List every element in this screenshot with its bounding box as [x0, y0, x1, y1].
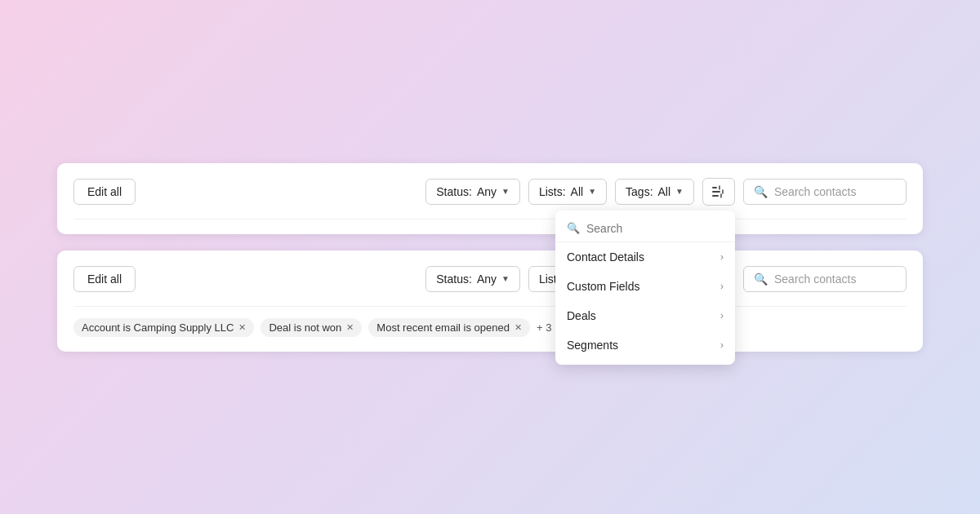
edit-all-button-bottom[interactable]: Edit all: [74, 266, 136, 292]
status-label-bottom: Status:: [436, 273, 472, 286]
dropdown-item-contact-details-label: Contact Details: [567, 250, 644, 264]
dropdown-item-segments-label: Segments: [567, 339, 618, 352]
svg-rect-1: [712, 191, 720, 193]
search-icon-top: 🔍: [754, 185, 768, 198]
filter-icon-container-top: 🔍 Contact Details › Custom Fields › Deal…: [702, 178, 735, 206]
dropdown-search-row: 🔍: [555, 215, 735, 242]
columns-dropdown-menu: 🔍 Contact Details › Custom Fields › Deal…: [555, 210, 735, 365]
filter-tag-0-close[interactable]: ✕: [238, 322, 246, 333]
dropdown-item-contact-details[interactable]: Contact Details ›: [555, 242, 735, 272]
lists-caret-top: ▼: [588, 187, 596, 196]
edit-all-button-top[interactable]: Edit all: [74, 179, 136, 205]
status-value-bottom: Any: [477, 273, 497, 286]
filter-tag-2-close[interactable]: ✕: [514, 322, 522, 333]
search-icon-bottom: 🔍: [754, 273, 768, 286]
chevron-right-icon-1: ›: [720, 281, 724, 292]
chevron-right-icon-3: ›: [720, 339, 724, 351]
status-caret-top: ▼: [501, 187, 510, 196]
toolbar-bottom: Edit all Status: Any ▼ Lists: All ▼ Tags…: [74, 265, 906, 293]
filter-tag-1: Deal is not won ✕: [261, 318, 362, 337]
status-dropdown-top[interactable]: Status: Any ▼: [425, 179, 520, 205]
chevron-right-icon-2: ›: [720, 310, 724, 321]
card-bottom: Edit all Status: Any ▼ Lists: All ▼ Tags…: [57, 250, 923, 352]
search-placeholder-bottom: Search contacts: [774, 273, 856, 286]
svg-rect-0: [712, 187, 717, 188]
dropdown-search-icon: 🔍: [567, 222, 580, 234]
status-caret-bottom: ▼: [501, 274, 510, 283]
search-box-bottom: 🔍 Search contacts: [743, 266, 906, 292]
filter-tag-0-label: Account is Camping Supply LLC: [82, 321, 234, 334]
chevron-right-icon-0: ›: [720, 251, 724, 263]
status-value-top: Any: [477, 185, 497, 198]
lists-dropdown-top[interactable]: Lists: All ▼: [528, 179, 607, 205]
dropdown-item-custom-fields[interactable]: Custom Fields ›: [555, 272, 735, 301]
tags-value-top: All: [658, 185, 671, 198]
tags-label-top: Tags:: [626, 185, 653, 198]
toolbar-top: Edit all Status: Any ▼ Lists: All ▼ Tags…: [74, 178, 906, 206]
svg-rect-2: [712, 195, 719, 197]
lists-label-top: Lists:: [539, 185, 566, 198]
lists-value-top: All: [571, 185, 584, 198]
status-dropdown-bottom[interactable]: Status: Any ▼: [425, 266, 520, 292]
filter-tag-1-label: Deal is not won: [269, 321, 341, 334]
tags-caret-top: ▼: [675, 187, 684, 196]
dropdown-search-input[interactable]: [586, 222, 724, 235]
tags-dropdown-top[interactable]: Tags: All ▼: [615, 179, 694, 205]
dropdown-item-deals[interactable]: Deals ›: [555, 301, 735, 330]
filter-tags-row: Account is Camping Supply LLC ✕ Deal is …: [74, 318, 906, 337]
filter-tag-2: Most recent email is opened ✕: [368, 318, 530, 337]
divider-bottom: [74, 306, 906, 307]
card-top: Edit all Status: Any ▼ Lists: All ▼ Tags…: [57, 163, 923, 234]
dropdown-item-custom-fields-label: Custom Fields: [567, 280, 639, 293]
status-label-top: Status:: [436, 185, 472, 198]
filter-tag-1-close[interactable]: ✕: [346, 322, 354, 333]
filter-columns-button-top[interactable]: [702, 178, 735, 206]
divider-top: [74, 219, 906, 219]
dropdown-item-segments[interactable]: Segments ›: [555, 330, 735, 360]
dropdown-item-deals-label: Deals: [567, 309, 596, 322]
filter-tag-0: Account is Camping Supply LLC ✕: [74, 318, 254, 337]
search-box-top: 🔍 Search contacts: [743, 179, 906, 205]
columns-icon-top: [711, 184, 726, 199]
search-placeholder-top: Search contacts: [774, 185, 856, 198]
filter-tag-2-label: Most recent email is opened: [376, 321, 510, 334]
